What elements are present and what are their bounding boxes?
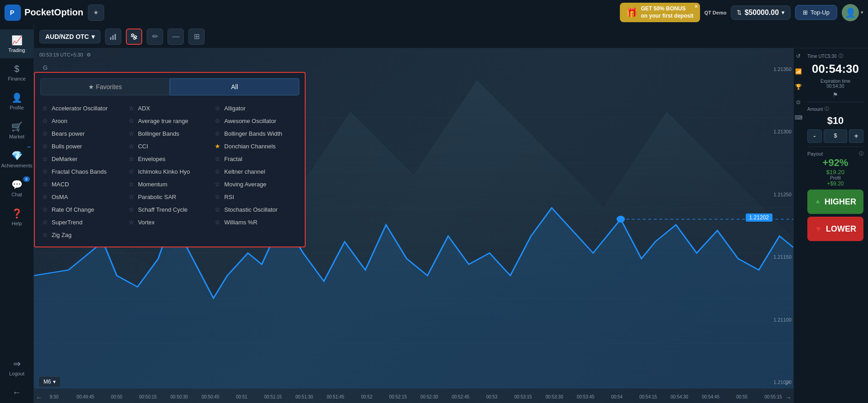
star-zig-zag-icon[interactable]: ☆ xyxy=(42,231,48,238)
history-icon[interactable]: ↺ xyxy=(796,53,801,59)
sidebar-item-market[interactable]: 🛒 Market xyxy=(0,116,34,145)
sidebar-item-achievements[interactable]: 💎 Achievements xyxy=(0,145,34,174)
star-bollinger-icon[interactable]: ☆ xyxy=(129,130,134,137)
indicator-donchian-channels[interactable]: ★ Donchian Channels xyxy=(213,140,299,152)
star-accelerator-icon[interactable]: ☆ xyxy=(42,104,48,112)
star-keltner-icon[interactable]: ☆ xyxy=(215,168,221,175)
indicator-average-true-range[interactable]: ☆ Average true range xyxy=(127,114,213,127)
indicator-rate-of-change[interactable]: ☆ Rate Of Change xyxy=(40,203,127,216)
indicator-fractal[interactable]: ☆ Fractal xyxy=(213,152,299,165)
draw-button[interactable]: ✏ xyxy=(147,28,163,45)
star-vortex-icon[interactable]: ☆ xyxy=(129,218,134,226)
user-menu[interactable]: 👤 ▾ xyxy=(842,4,863,21)
star-atr-icon[interactable]: ☆ xyxy=(129,117,134,124)
avatar-chevron-icon[interactable]: ▾ xyxy=(861,9,863,15)
star-williams-icon[interactable]: ☆ xyxy=(215,218,221,226)
timeframe-selector[interactable]: M6 ▾ xyxy=(38,376,61,387)
indicator-osma[interactable]: ☆ OsMA xyxy=(40,190,127,203)
topup-button[interactable]: ⊞ Top-Up xyxy=(795,5,837,20)
sidebar-item-help[interactable]: ❓ Help xyxy=(0,203,34,232)
star-stochastic-icon[interactable]: ☆ xyxy=(215,206,221,213)
fullscreen-button[interactable]: ⤢ xyxy=(785,379,791,387)
dash-button[interactable]: — xyxy=(168,28,184,45)
bonus-close-button[interactable]: ✕ xyxy=(694,4,698,9)
sidebar-item-arrow[interactable]: ← xyxy=(0,382,34,403)
star-supertrend-icon[interactable]: ☆ xyxy=(42,218,48,226)
star-bbw-icon[interactable]: ☆ xyxy=(215,130,221,137)
sidebar-item-chat[interactable]: 💬 Chat 6 xyxy=(0,174,34,203)
indicator-bollinger-bands-width[interactable]: ☆ Bollinger Bands Width xyxy=(213,127,299,140)
star-fractal-icon[interactable]: ☆ xyxy=(215,155,221,162)
indicator-williams-r[interactable]: ☆ Williams %R xyxy=(213,216,299,228)
avatar[interactable]: 👤 xyxy=(842,4,859,21)
indicator-keltner-channel[interactable]: ☆ Keltner channel xyxy=(213,165,299,178)
indicator-envelopes[interactable]: ☆ Envelopes xyxy=(127,152,213,165)
indicator-macd[interactable]: ☆ MACD xyxy=(40,178,127,190)
star-donchian-icon[interactable]: ★ xyxy=(215,142,221,150)
star-bulls-power-icon[interactable]: ☆ xyxy=(42,142,48,150)
target-icon[interactable]: ⊙ xyxy=(796,99,801,105)
star-osma-icon[interactable]: ☆ xyxy=(42,193,48,200)
star-cci-icon[interactable]: ☆ xyxy=(129,142,134,150)
indicator-ichimoku[interactable]: ☆ Ichimoku Kinko Hyo xyxy=(127,165,213,178)
indicator-adx[interactable]: ☆ ADX xyxy=(127,102,213,114)
flag-icon[interactable]: ⚑ xyxy=(807,91,863,98)
logo[interactable]: P PocketOption xyxy=(5,5,83,21)
star-macd-icon[interactable]: ☆ xyxy=(42,180,48,188)
indicator-rsi[interactable]: ☆ RSI xyxy=(213,190,299,203)
star-envelopes-icon[interactable]: ☆ xyxy=(129,155,134,162)
tab-favorites[interactable]: ★ Favorites xyxy=(40,78,170,95)
star-awesome-icon[interactable]: ☆ xyxy=(215,117,221,124)
indicator-stochastic-oscillator[interactable]: ☆ Stochastic Oscillator xyxy=(213,203,299,216)
sidebar-item-finance[interactable]: $ Finance xyxy=(0,58,34,87)
star-ma-icon[interactable]: ☆ xyxy=(215,180,221,188)
indicators-button[interactable] xyxy=(126,28,142,45)
star-momentum-icon[interactable]: ☆ xyxy=(129,180,134,188)
amount-minus-button[interactable]: - xyxy=(807,129,822,143)
trophy-icon[interactable]: 🏆 xyxy=(795,84,802,90)
star-demarker-icon[interactable]: ☆ xyxy=(42,155,48,162)
tab-all[interactable]: All xyxy=(170,78,299,95)
sidebar-item-logout[interactable]: ⇒ Logout xyxy=(0,353,34,382)
indicator-alligator[interactable]: ☆ Alligator xyxy=(213,102,299,114)
star-fractal-chaos-bands-icon[interactable]: ☆ xyxy=(42,168,48,175)
star-parabolic-sar-icon[interactable]: ☆ xyxy=(129,193,134,200)
keyboard-icon[interactable]: ⌨ xyxy=(795,114,802,121)
star-aroon-icon[interactable]: ☆ xyxy=(42,117,48,124)
indicator-awesome-oscillator[interactable]: ☆ Awesome Oscillator xyxy=(213,114,299,127)
star-rsi-icon[interactable]: ☆ xyxy=(215,193,221,200)
indicator-bears-power[interactable]: ☆ Bears power xyxy=(40,127,127,140)
indicator-vortex[interactable]: ☆ Vortex xyxy=(127,216,213,228)
signal-icon[interactable]: 📶 xyxy=(795,68,802,75)
bonus-banner[interactable]: 🎁 GET 50% BONUS on your first deposit ✕ xyxy=(620,3,700,22)
indicator-aroon[interactable]: ☆ Aroon xyxy=(40,114,127,127)
indicator-cci[interactable]: ☆ CCI xyxy=(127,140,213,152)
balance-box[interactable]: ⇅ $50000.00 ▾ xyxy=(731,5,791,20)
indicator-supertrend[interactable]: ☆ SuperTrend xyxy=(40,216,127,228)
indicator-schaff-trend-cycle[interactable]: ☆ Schaff Trend Cycle xyxy=(127,203,213,216)
indicator-moving-average[interactable]: ☆ Moving Average xyxy=(213,178,299,190)
pair-selector[interactable]: AUD/NZD OTC ▾ xyxy=(39,30,101,43)
lower-button[interactable]: LOWER xyxy=(807,217,863,241)
indicator-fractal-chaos-bands[interactable]: ☆ Fractal Chaos Bands xyxy=(40,165,127,178)
grid-button[interactable]: ⊞ xyxy=(188,28,205,45)
utc-gear-icon[interactable]: ⚙ xyxy=(86,52,91,58)
amount-plus-button[interactable]: + xyxy=(849,129,863,143)
indicator-bulls-power[interactable]: ☆ Bulls power xyxy=(40,140,127,152)
indicator-accelerator-oscillator[interactable]: ☆ Accelerator Oscillator xyxy=(40,102,127,114)
indicator-zig-zag[interactable]: ☆ Zig Zag xyxy=(40,228,127,241)
chart-type-button[interactable] xyxy=(105,28,121,45)
star-schaff-icon[interactable]: ☆ xyxy=(129,206,134,213)
star-alligator-icon[interactable]: ☆ xyxy=(215,104,221,112)
indicator-bollinger-bands[interactable]: ☆ Bollinger Bands xyxy=(127,127,213,140)
star-bears-power-icon[interactable]: ☆ xyxy=(42,130,48,137)
sidebar-item-trading[interactable]: 📈 Trading xyxy=(0,29,34,58)
higher-button[interactable]: HIGHER xyxy=(807,190,863,214)
indicator-momentum[interactable]: ☆ Momentum xyxy=(127,178,213,190)
star-ichimoku-icon[interactable]: ☆ xyxy=(129,168,134,175)
sidebar-item-profile[interactable]: 👤 Profile xyxy=(0,87,34,116)
star-adx-icon[interactable]: ☆ xyxy=(129,104,134,112)
indicator-demarker[interactable]: ☆ DeMarker xyxy=(40,152,127,165)
favorites-button[interactable]: ★ xyxy=(88,5,104,21)
indicator-parabolic-sar[interactable]: ☆ Parabolic SAR xyxy=(127,190,213,203)
